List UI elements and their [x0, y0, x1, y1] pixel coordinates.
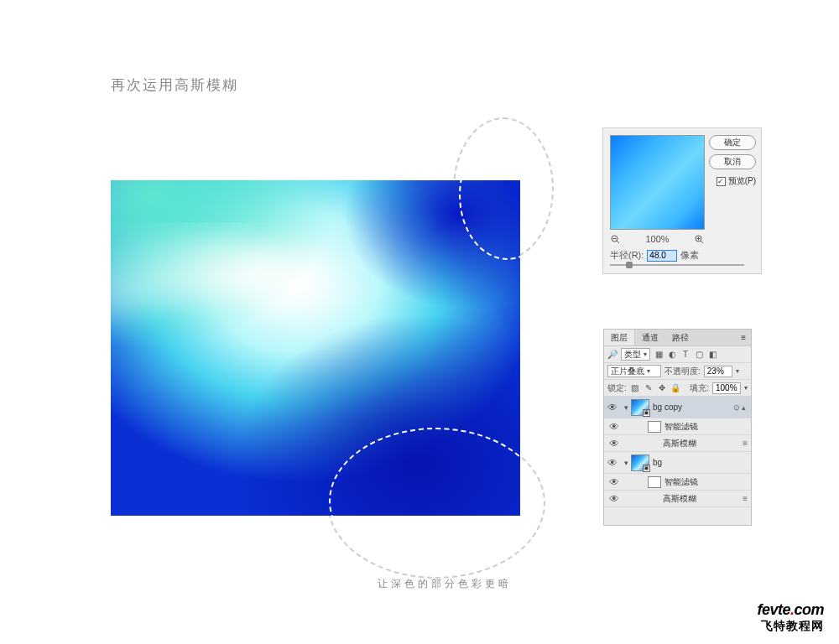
smart-filters-label: 智能滤镜: [664, 421, 748, 433]
layer-name[interactable]: bg copy: [653, 402, 733, 412]
filter-name[interactable]: 高斯模糊: [663, 493, 739, 505]
fill-label: 填充:: [690, 382, 709, 394]
ok-button[interactable]: 确定: [709, 135, 756, 150]
radius-slider[interactable]: [610, 262, 744, 267]
filter-smart-icon[interactable]: ◧: [707, 350, 717, 360]
visibility-icon[interactable]: 👁: [604, 457, 621, 469]
blend-opacity-row: 正片叠底▾ 不透明度: ▾: [604, 363, 751, 380]
radius-input[interactable]: [647, 250, 677, 262]
layer-row[interactable]: 👁 ▾ ▣ bg: [604, 452, 751, 474]
preview-checkbox[interactable]: ✓: [717, 177, 726, 186]
lock-all-icon[interactable]: 🔒: [670, 383, 680, 393]
lock-fill-row: 锁定: ▨ ✎ ✥ 🔒 填充: ▾: [604, 380, 751, 397]
lock-transparent-icon[interactable]: ▨: [630, 383, 640, 393]
zoom-in-icon[interactable]: [695, 234, 705, 244]
smart-filters-row[interactable]: 👁 智能滤镜: [604, 474, 751, 491]
visibility-icon[interactable]: 👁: [606, 438, 623, 449]
filter-mask-thumbnail[interactable]: [648, 476, 661, 488]
zoom-out-icon[interactable]: [610, 234, 620, 244]
layer-filter-row: 🔎 类型▾ ▦ ◐ T ▢ ◧: [604, 346, 751, 363]
radius-unit: 像素: [680, 249, 699, 262]
layer-thumbnail[interactable]: ▣: [631, 454, 649, 471]
svg-line-5: [617, 241, 619, 243]
svg-line-8: [701, 241, 703, 243]
filter-blend-icon[interactable]: ≡: [743, 439, 748, 448]
watermark-cn: 飞特教程网: [757, 619, 824, 634]
watermark-tld: com: [794, 601, 824, 618]
blend-mode-dropdown[interactable]: 正片叠底▾: [607, 365, 661, 377]
disclose-icon[interactable]: ▾: [621, 403, 631, 412]
search-icon[interactable]: 🔎: [607, 350, 618, 360]
fill-input[interactable]: [712, 382, 741, 394]
lock-label: 锁定:: [607, 382, 627, 394]
tab-paths[interactable]: 路径: [665, 330, 696, 345]
tab-channels[interactable]: 通道: [635, 330, 665, 345]
canvas-preview: [111, 180, 520, 516]
gaussian-blur-dialog: 确定 取消 ✓ 预览(P) 100% 半径(R): 像素: [602, 127, 762, 274]
layer-row[interactable]: 👁 ▾ ▣ bg copy ⊙ ▴: [604, 397, 751, 418]
lock-brush-icon[interactable]: ✎: [644, 383, 654, 393]
lock-position-icon[interactable]: ✥: [657, 383, 667, 393]
smart-object-icon: ▣: [643, 465, 650, 472]
filter-type-text-icon[interactable]: T: [680, 350, 690, 360]
filter-item-row[interactable]: 👁 高斯模糊 ≡: [604, 435, 751, 452]
visibility-icon[interactable]: 👁: [604, 402, 621, 413]
filter-name[interactable]: 高斯模糊: [663, 438, 739, 449]
radius-label: 半径(R):: [610, 249, 644, 262]
zoom-percent: 100%: [645, 234, 669, 244]
smart-filters-label: 智能滤镜: [664, 476, 748, 488]
filter-item-row[interactable]: 👁 高斯模糊 ≡: [604, 491, 751, 507]
filter-shape-icon[interactable]: ▢: [694, 350, 704, 360]
layer-thumbnail[interactable]: ▣: [631, 399, 649, 416]
layers-panel: 图层 通道 路径 ≡ 🔎 类型▾ ▦ ◐ T ▢ ◧ 正片叠底▾ 不透明度: ▾…: [603, 329, 752, 526]
cancel-button[interactable]: 取消: [709, 154, 756, 169]
watermark-site: fevte: [757, 601, 790, 618]
preview-checkbox-label: 预览(P): [728, 175, 756, 187]
chevron-icon[interactable]: ▴: [742, 403, 746, 412]
filter-type-dropdown[interactable]: 类型▾: [621, 348, 650, 361]
panel-menu-icon[interactable]: ≡: [741, 333, 746, 342]
smart-object-icon: ▣: [643, 409, 650, 417]
caption: 让深色的部分色彩更暗: [378, 577, 512, 591]
page-title: 再次运用高斯模糊: [111, 75, 238, 95]
opacity-label: 不透明度:: [664, 366, 701, 377]
filter-blend-icon[interactable]: ≡: [743, 494, 748, 503]
visibility-icon[interactable]: 👁: [606, 421, 623, 433]
opacity-input[interactable]: [704, 366, 732, 377]
filter-pixel-icon[interactable]: ▦: [654, 350, 664, 360]
blur-preview-thumbnail[interactable]: [610, 135, 705, 230]
visibility-icon[interactable]: 👁: [606, 493, 623, 505]
filter-mask-thumbnail[interactable]: [648, 421, 661, 433]
watermark: fevte.com 飞特教程网: [757, 601, 824, 634]
visibility-icon[interactable]: 👁: [606, 476, 623, 488]
filter-badge-icon[interactable]: ⊙: [733, 403, 740, 412]
filter-adjust-icon[interactable]: ◐: [667, 350, 677, 360]
tab-layers[interactable]: 图层: [604, 330, 635, 345]
layer-list: 👁 ▾ ▣ bg copy ⊙ ▴ 👁 智能滤镜 👁 高斯模糊 ≡ 👁 ▾ ▣ …: [604, 397, 751, 507]
smart-filters-row[interactable]: 👁 智能滤镜: [604, 418, 751, 435]
layer-name[interactable]: bg: [653, 458, 748, 467]
disclose-icon[interactable]: ▾: [621, 459, 631, 467]
